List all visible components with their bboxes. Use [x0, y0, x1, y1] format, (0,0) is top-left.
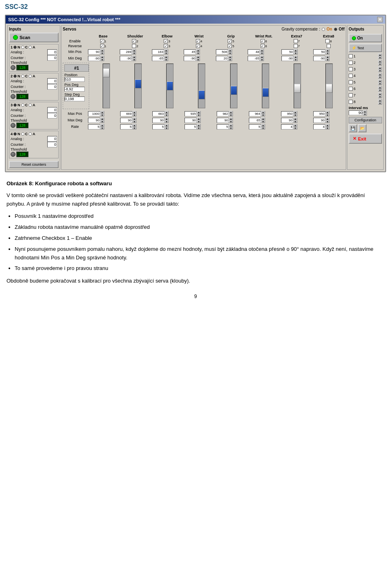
radio-c-4[interactable]: [21, 132, 24, 136]
radio-c-2[interactable]: [21, 75, 24, 78]
radio-n-3[interactable]: [13, 103, 17, 107]
output-check-3[interactable]: [349, 67, 353, 71]
enable-check-4[interactable]: [196, 39, 200, 43]
minpos-7[interactable]: [281, 49, 294, 55]
reverse-check-2[interactable]: [132, 44, 136, 48]
maxpos-2[interactable]: [120, 111, 132, 116]
rate-2[interactable]: [120, 124, 132, 129]
mindeg-5[interactable]: [216, 56, 228, 61]
reverse-check-1[interactable]: [100, 44, 104, 48]
save-config-button[interactable]: 💾: [349, 124, 357, 132]
rate-8[interactable]: [313, 124, 325, 129]
minpos-6[interactable]: [248, 49, 260, 55]
maxpos-1[interactable]: [88, 111, 100, 116]
exit-button[interactable]: ✕ Exit: [349, 134, 382, 144]
rate-3[interactable]: [152, 124, 165, 129]
mindeg-4[interactable]: [184, 56, 196, 61]
gravity-off-radio[interactable]: [334, 28, 337, 31]
interval-input[interactable]: [349, 110, 363, 115]
maxdeg-2[interactable]: [120, 118, 132, 123]
analog-input-1[interactable]: [47, 49, 57, 55]
output-spin-7[interactable]: ▲▼: [378, 92, 382, 98]
radio-a-4[interactable]: [29, 132, 32, 136]
output-spin-6[interactable]: ▲▼: [378, 86, 382, 92]
output-spin-4[interactable]: ▲▼: [378, 73, 382, 79]
radio-n-2[interactable]: [13, 75, 17, 78]
radio-n-4[interactable]: [13, 132, 17, 136]
reverse-check-3[interactable]: [164, 44, 168, 48]
scan-button[interactable]: Scan: [9, 33, 59, 42]
threshold-knob-2[interactable]: [11, 94, 15, 99]
output-check-5[interactable]: [349, 80, 353, 84]
position-input[interactable]: [64, 77, 85, 82]
output-spin-1[interactable]: ▲▼: [378, 53, 382, 59]
maxpos-3[interactable]: [152, 111, 165, 116]
enable-check-1[interactable]: [100, 39, 104, 43]
counter-input-4[interactable]: [47, 142, 57, 147]
close-button[interactable]: ✕: [377, 17, 383, 22]
threshold-knob-1[interactable]: [11, 65, 15, 70]
maxdeg-5[interactable]: [217, 118, 229, 123]
maxdeg-1[interactable]: [88, 118, 100, 123]
rate-4[interactable]: [185, 124, 197, 129]
counter-input-1[interactable]: [47, 55, 57, 61]
minpos-2[interactable]: [120, 49, 132, 55]
maxdeg-8[interactable]: [313, 118, 325, 123]
slider-servo-3[interactable]: [155, 63, 185, 109]
load-config-button[interactable]: 📂: [358, 124, 367, 132]
slider-servo-6[interactable]: [250, 63, 281, 109]
maxdeg-7[interactable]: [281, 118, 293, 123]
step-deg-input[interactable]: [64, 97, 85, 101]
output-check-4[interactable]: [349, 74, 353, 78]
mindeg-8[interactable]: [313, 56, 325, 61]
test-button[interactable]: ⚡ Test: [349, 44, 382, 52]
maxdeg-6[interactable]: [249, 118, 261, 123]
reverse-check-7[interactable]: [294, 44, 298, 48]
enable-check-7[interactable]: [294, 39, 298, 43]
maxpos-8[interactable]: [313, 111, 325, 116]
minpos-1[interactable]: [88, 49, 100, 55]
mindeg-7[interactable]: [281, 56, 294, 61]
radio-n-1[interactable]: [13, 46, 17, 49]
analog-input-2[interactable]: [47, 78, 57, 84]
slider-servo-5[interactable]: [218, 63, 249, 109]
analog-input-3[interactable]: [47, 107, 57, 113]
output-spin-3[interactable]: ▲▼: [378, 66, 382, 72]
radio-a-1[interactable]: [29, 46, 32, 49]
slider-servo-2[interactable]: [123, 63, 153, 109]
output-check-6[interactable]: [349, 87, 353, 91]
outputs-on-button[interactable]: On: [349, 34, 382, 42]
mindeg-3[interactable]: [152, 56, 164, 61]
threshold-knob-4[interactable]: [11, 152, 15, 157]
analog-input-4[interactable]: [47, 136, 57, 142]
enable-check-8[interactable]: [325, 39, 329, 43]
rate-7[interactable]: [281, 124, 293, 129]
minpos-8[interactable]: [313, 49, 325, 55]
rate-5[interactable]: [217, 124, 229, 129]
output-check-2[interactable]: [349, 61, 353, 65]
maxpos-7[interactable]: [281, 111, 293, 116]
output-check-8[interactable]: [349, 100, 353, 104]
output-check-1[interactable]: [349, 54, 353, 58]
slider-servo-1[interactable]: [91, 63, 121, 109]
enable-check-6[interactable]: [261, 39, 265, 43]
output-spin-2[interactable]: ▲▼: [378, 60, 382, 66]
enable-check-2[interactable]: [132, 39, 136, 43]
output-check-7[interactable]: [349, 93, 353, 97]
counter-input-3[interactable]: [47, 113, 57, 118]
maxpos-6[interactable]: [249, 111, 261, 116]
gravity-on-radio[interactable]: [322, 28, 325, 31]
maxdeg-4[interactable]: [185, 118, 197, 123]
maxpos-4[interactable]: [185, 111, 197, 116]
rate-1[interactable]: [88, 124, 100, 129]
radio-a-2[interactable]: [29, 75, 32, 78]
maxdeg-3[interactable]: [152, 118, 165, 123]
reverse-check-6[interactable]: [261, 44, 265, 48]
radio-a-3[interactable]: [29, 103, 32, 107]
slider-servo-4[interactable]: [187, 63, 217, 109]
reverse-check-4[interactable]: [196, 44, 200, 48]
rate-6[interactable]: [249, 124, 261, 129]
radio-c-3[interactable]: [21, 103, 24, 107]
radio-c-1[interactable]: [21, 46, 24, 49]
minpos-4[interactable]: [184, 49, 196, 55]
